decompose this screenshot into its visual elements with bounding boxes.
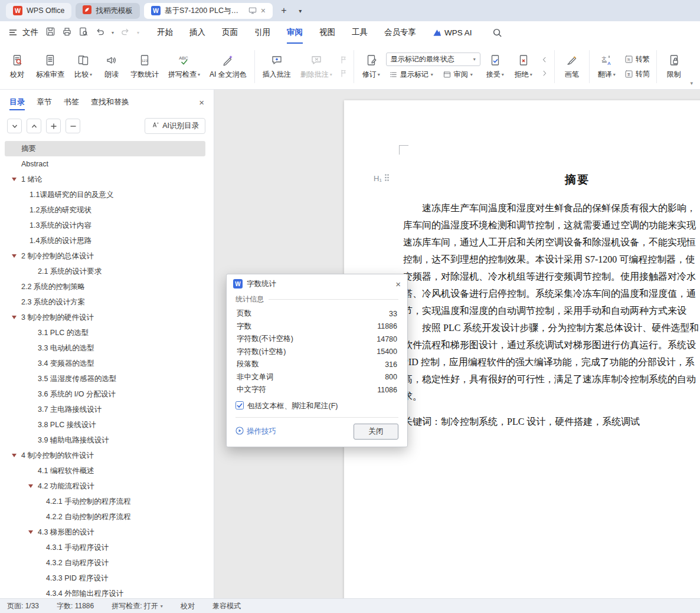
include-textbox-checkbox[interactable]: 包括文本框、脚注和尾注(F) [235,401,398,411]
highlighter-button[interactable]: 画笔 [558,51,585,83]
menu-tab-4[interactable]: 审阅 [287,21,303,44]
ai-toc-button[interactable]: AI识别目录 [145,118,205,134]
menu-tab-2[interactable]: 页面 [222,21,238,44]
restrict-editing-button[interactable]: 限制 [660,51,688,83]
new-tab-button[interactable]: + [277,4,291,18]
accept-button[interactable]: 接受▾ [482,51,509,83]
toc-item[interactable]: 4.2.2 自动控制的程序流程 [5,509,205,525]
undo-dropdown-caret-icon[interactable]: ▾ [112,30,114,35]
proofread-status[interactable]: 校对 [181,601,195,611]
menu-tab-0[interactable]: 开始 [157,21,173,44]
next-change-button[interactable] [538,68,551,79]
dialog-close-button[interactable]: 关闭 [354,424,398,440]
menu-tab-8[interactable]: WPS AI [433,21,472,44]
expand-triangle-icon[interactable] [12,316,17,319]
toc-item[interactable]: 3.3 电动机的选型 [5,340,205,356]
sidebar-tab-find-replace[interactable]: 查找和替换 [91,90,129,114]
show-markup-button[interactable]: 显示标记▾ [386,68,436,81]
toc-item[interactable]: 4.2.1 手动控制的程序流程 [5,494,205,509]
zoom-out-toc-button[interactable] [66,119,80,133]
expand-triangle-icon[interactable] [28,484,33,488]
toc-item[interactable]: 4.3.2 自动程序设计 [5,555,205,571]
spell-check-button[interactable]: ABC拼写检查▾ [164,51,204,83]
menu-tab-6[interactable]: 工具 [352,21,368,44]
menu-tab-7[interactable]: 会员专享 [384,21,416,44]
standard-review-button[interactable]: 标准审查 [32,51,68,83]
toc-item[interactable]: 2.3 系统的设计方案 [5,294,205,310]
ai-polish-button[interactable]: AI 全文润色 [205,51,251,83]
tips-link[interactable]: 操作技巧 [235,427,276,437]
toc-item[interactable]: 3.4 变频器的选型 [5,356,205,371]
toc-item[interactable]: 2 制冷控制的总体设计 [5,248,205,264]
undo-icon[interactable] [95,27,105,39]
toc-item[interactable]: 1.1课题研究的目的及意义 [5,187,205,202]
menu-tab-5[interactable]: 视图 [319,21,335,44]
toc-item[interactable]: 4.1 编程软件概述 [5,463,205,478]
toc-item[interactable]: 4 制冷控制的软件设计 [5,448,205,463]
sidebar-close-icon[interactable]: × [199,97,204,107]
toc-item[interactable]: 3.7 主电路接线设计 [5,402,205,417]
spellcheck-indicator[interactable]: 拼写检查: 打开▾ [112,601,163,611]
expand-triangle-icon[interactable] [12,178,17,181]
dialog-titlebar[interactable]: W 字数统计 × [227,274,407,293]
toc-item[interactable]: 3 制冷控制的硬件设计 [5,310,205,325]
compare-button[interactable]: 比较▾ [70,51,97,83]
expand-all-button[interactable] [7,119,22,133]
print-preview-icon[interactable] [78,27,89,39]
tab-document[interactable]: W 基于S7-1200 PLC与MM440 × [144,3,273,19]
toc-item[interactable]: 1.2系统的研究现状 [5,202,205,218]
previous-change-button[interactable] [538,54,551,65]
toc-item[interactable]: 3.6 系统的 I/O 分配设计 [5,386,205,402]
translate-button[interactable]: 文A翻译▾ [593,51,620,83]
tab-wps-office[interactable]: W WPS Office [6,3,71,19]
collapse-all-button[interactable] [27,119,41,133]
close-tab-icon[interactable]: × [261,6,266,15]
word-count-button[interactable]: 123字数统计 [126,51,163,83]
next-comment-button[interactable] [338,68,350,79]
toc-item[interactable]: 3.1 PLC 的选型 [5,325,205,340]
word-count-indicator[interactable]: 字数: 11886 [57,601,94,611]
redo-dropdown-caret-icon[interactable]: ▾ [137,30,139,35]
dialog-close-icon[interactable]: × [395,279,401,289]
toc-item[interactable]: 1.3系统的设计内容 [5,218,205,233]
to-simplified-button[interactable]: 繁转简 [622,68,653,80]
toc-item[interactable]: 1.4系统的设计思路 [5,233,205,248]
page-indicator[interactable]: 页面: 1/33 [7,601,39,611]
sidebar-tab-toc[interactable]: 目录 [9,90,25,114]
zoom-in-toc-button[interactable] [46,119,61,133]
toc-item[interactable]: 3.8 PLC 接线设计 [5,417,205,432]
save-icon[interactable] [45,27,55,39]
track-changes-button[interactable]: 修订▾ [358,51,385,83]
toc-item[interactable]: 4.3.4 外部输出程序设计 [5,586,205,598]
toc-item[interactable]: 摘要 [5,141,205,156]
expand-triangle-icon[interactable] [12,254,17,258]
delete-comment-button[interactable]: 删除批注▾ [296,51,336,83]
markup-state-combo[interactable]: 显示标记的最终状态▾ [386,53,480,66]
toc-item[interactable]: 4.2 功能流程设计 [5,478,205,494]
expand-triangle-icon[interactable] [12,454,17,457]
toc-item[interactable]: Abstract [5,156,205,172]
print-icon[interactable] [62,27,72,39]
reject-button[interactable]: 拒绝▾ [510,51,537,83]
to-traditional-button[interactable]: 简转繁 [622,53,653,65]
redo-icon[interactable] [120,27,130,39]
proofread-button[interactable]: 校对 [4,51,31,83]
prev-comment-button[interactable] [338,54,350,65]
search-icon[interactable] [492,28,502,38]
sidebar-tab-chapters[interactable]: 章节 [37,90,52,114]
toc-item[interactable]: 1 绪论 [5,172,205,187]
tab-docer-templates[interactable]: 找稻壳模板 [76,3,140,19]
file-menu[interactable]: 文件 [22,27,38,38]
toc-item[interactable]: 4.3.1 手动程序设计 [5,540,205,555]
read-aloud-button[interactable]: 朗读 [98,51,125,83]
toc-item[interactable]: 4.3 梯形图的设计 [5,525,205,540]
sidebar-tab-bookmarks[interactable]: 书签 [64,90,79,114]
toc-item[interactable]: 4.3.3 PID 程序设计 [5,571,205,586]
toc-item[interactable]: 2.2 系统的控制策略 [5,279,205,294]
ribbon-collapse-icon[interactable]: ▾ [690,80,693,86]
menu-tab-1[interactable]: 插入 [189,21,205,44]
tab-list-chevron-icon[interactable]: ▾ [295,4,306,18]
hamburger-menu-icon[interactable] [8,28,18,37]
menu-tab-3[interactable]: 引用 [254,21,270,44]
compat-mode-indicator[interactable]: 兼容模式 [212,601,241,611]
